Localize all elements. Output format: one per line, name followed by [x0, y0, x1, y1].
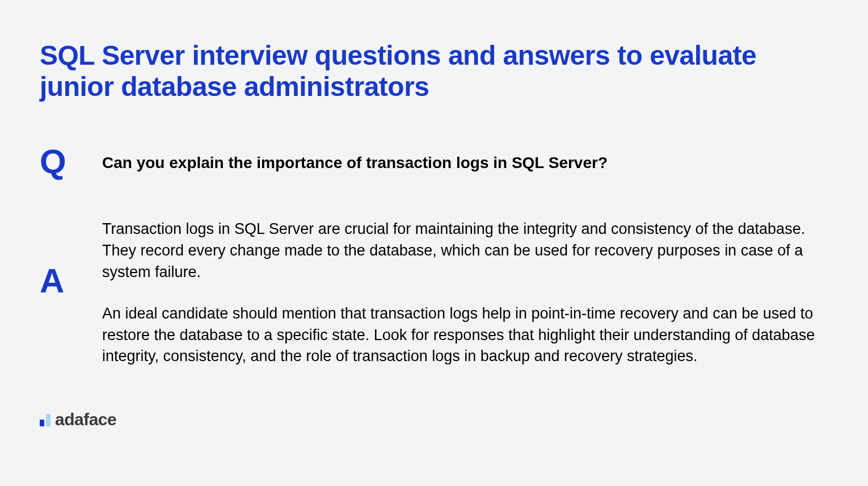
- question-section: Q Can you explain the importance of tran…: [40, 145, 828, 179]
- page-title: SQL Server interview questions and answe…: [40, 40, 828, 102]
- logo-bar-2: [46, 414, 50, 426]
- logo-text: adaface: [55, 410, 116, 429]
- answer-paragraph-2: An ideal candidate should mention that t…: [102, 303, 828, 367]
- answer-text: Transaction logs in SQL Server are cruci…: [102, 219, 828, 367]
- answer-paragraph-1: Transaction logs in SQL Server are cruci…: [102, 219, 828, 283]
- answer-section: A Transaction logs in SQL Server are cru…: [40, 219, 828, 367]
- question-text: Can you explain the importance of transa…: [102, 145, 608, 174]
- logo-icon: [40, 413, 50, 426]
- logo-bar-1: [40, 420, 44, 426]
- answer-marker: A: [40, 264, 102, 298]
- logo: adaface: [40, 410, 116, 429]
- question-marker: Q: [40, 145, 102, 179]
